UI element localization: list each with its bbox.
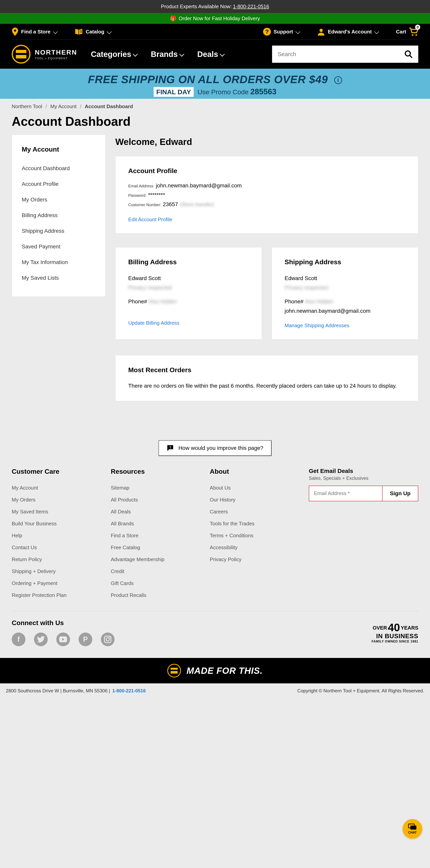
card-heading: Billing Address [128,258,249,266]
blurred-text: Also hidden [148,299,177,305]
company-address: 2800 Southcross Drive W | Burnsville, MN… [6,688,110,693]
sidebar-item[interactable]: Shipping Address [22,223,96,239]
crumb-home[interactable]: Northern Tool [12,103,42,109]
account-profile-card: Account Profile Email Address:john.newma… [115,156,418,234]
footer-link[interactable]: My Orders [12,494,103,506]
feedback-label: How would you improve this page? [178,445,263,451]
promo-use-label: Use Promo Code [198,88,251,96]
sidebar-item[interactable]: My Orders [22,192,96,208]
update-billing-link[interactable]: Update Billing Address [128,320,179,326]
support-link[interactable]: ? Support [263,28,300,36]
footer-link[interactable]: Gift Cards [111,577,202,589]
card-heading: Most Recent Orders [128,366,405,374]
svg-point-3 [412,34,414,36]
years-in-business: OVER40YEARS IN BUSINESS FAMILY OWNED SIN… [371,622,418,643]
chevron-down-icon [107,29,111,34]
svg-text:?: ? [265,28,269,35]
facebook-icon[interactable]: f [12,632,25,646]
footer-link[interactable]: Sitemap [111,482,202,494]
catalog-link[interactable]: Catalog [75,28,111,35]
footer-link[interactable]: All Products [111,494,202,506]
copyright: Copyright © Northern Tool + Equipment. A… [297,688,424,693]
footer-link[interactable]: Register Protection Plan [12,589,103,601]
cart-link[interactable]: Cart 0 [396,27,418,36]
info-icon[interactable]: i [334,76,342,84]
breadcrumb: Northern Tool / My Account / Account Das… [0,99,430,114]
instagram-icon[interactable] [101,632,114,646]
svg-rect-7 [170,448,170,449]
footer-link[interactable]: Contact Us [12,541,103,554]
svg-point-5 [405,51,410,56]
footer-link[interactable]: All Brands [111,518,202,530]
chevron-down-icon [220,52,225,57]
footer-link[interactable]: Shipping + Delivery [12,565,103,577]
crumb-account[interactable]: My Account [50,103,76,109]
youtube-icon[interactable] [56,632,70,646]
logo-badge-icon [167,664,181,678]
footer-link[interactable]: Credit [111,565,202,577]
footer-link[interactable]: Return Policy [12,554,103,565]
svg-point-10 [106,638,109,641]
footer-link[interactable]: Advantage Membership [111,554,202,565]
cart-count-badge: 0 [415,25,420,30]
footer-link[interactable]: Terms + Conditions [210,530,301,541]
experts-phone-link[interactable]: 1-800-221-0516 [233,3,269,9]
nav-categories[interactable]: Categories [91,50,137,59]
sidebar-item[interactable]: My Tax Information [22,254,96,270]
sidebar-item[interactable]: My Saved Lists [22,270,96,286]
footer-link[interactable]: Ordering + Payment [12,577,103,589]
email-input[interactable] [309,486,383,501]
footer-link[interactable]: My Account [12,482,103,494]
holiday-banner: 🎁 Order Now for Fast Holiday Delivery [0,13,430,24]
footer-link[interactable]: Product Recalls [111,589,202,601]
footer-link[interactable]: Tools for the Trades [210,518,301,530]
sidebar-item[interactable]: Saved Payment [22,239,96,254]
svg-point-2 [320,29,323,32]
made-for-text: MADE FOR THIS. [187,665,263,676]
account-link[interactable]: Edward's Account [317,28,378,36]
footer-link[interactable]: About Us [210,482,301,494]
search-icon[interactable] [404,50,413,59]
customer-number-label: Customer Number: [128,203,161,207]
footer-link[interactable]: Our History [210,494,301,506]
footer-link[interactable]: Free Catalog [111,541,202,554]
svg-point-4 [415,34,417,36]
manage-shipping-link[interactable]: Manage Shipping Addresses [285,322,349,329]
sidebar-item[interactable]: Account Dashboard [22,161,96,176]
billing-address-card: Billing Address Edward Scott Privacy res… [115,247,262,340]
promo-code: 285563 [251,87,276,96]
footer-link[interactable]: Accessibility [210,541,301,554]
sidebar-item[interactable]: Account Profile [22,176,96,192]
made-for-this-banner: MADE FOR THIS. [0,658,430,683]
footer-link[interactable]: Find a Store [111,530,202,541]
email-sub: Sales, Specials + Exclusives [309,475,418,481]
logo[interactable]: NORTHERN TOOL + EQUIPMENT [12,45,77,64]
find-store-link[interactable]: Find a Store [12,28,57,36]
free-shipping-banner[interactable]: FREE SHIPPING ON ALL ORDERS OVER $49 i F… [0,69,430,99]
footer-link[interactable]: My Saved Items [12,506,103,518]
blurred-text: Also hidden [305,299,333,305]
nav-brands[interactable]: Brands [151,50,184,59]
search-box[interactable] [272,45,418,63]
footer-link[interactable]: Help [12,530,103,541]
book-icon [75,28,83,35]
svg-point-11 [109,637,110,638]
chevron-down-icon [374,29,379,34]
footer-phone-link[interactable]: 1-800-221-0516 [112,688,146,693]
account-sidebar: My Account Account Dashboard Account Pro… [12,134,105,297]
footer-link[interactable]: All Deals [111,506,202,518]
pinterest-icon[interactable]: P [78,632,92,646]
signup-button[interactable]: Sign Up [383,486,418,501]
footer-link[interactable]: Careers [210,506,301,518]
twitter-icon[interactable] [34,632,48,646]
top-experts-bar: Product Experts Available Now: 1-800-221… [0,0,430,13]
feedback-icon [167,444,174,452]
nav-deals[interactable]: Deals [197,50,224,59]
search-input[interactable] [277,51,404,58]
holiday-text: Order Now for Fast Holiday Delivery [179,16,260,22]
feedback-button[interactable]: How would you improve this page? [159,440,271,456]
footer-link[interactable]: Privacy Policy [210,554,301,565]
sidebar-item[interactable]: Billing Address [22,208,96,223]
footer-link[interactable]: Build Your Business [12,518,103,530]
edit-profile-link[interactable]: Edit Account Profile [128,217,172,223]
